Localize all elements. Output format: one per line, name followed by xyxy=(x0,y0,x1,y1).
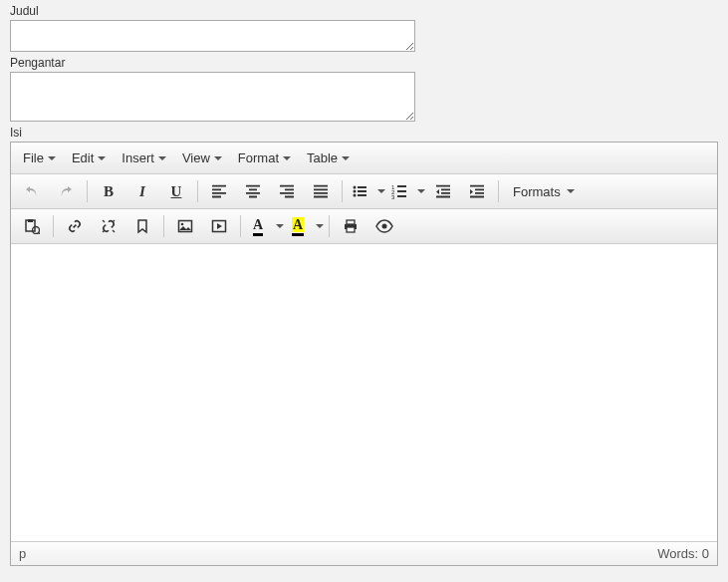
judul-label: Judul xyxy=(10,4,718,18)
align-left-icon xyxy=(211,183,227,199)
bookmark-icon xyxy=(134,218,150,234)
bookmark-button[interactable] xyxy=(125,211,159,241)
bullet-list-button[interactable] xyxy=(347,176,386,206)
rich-text-editor: File Edit Insert View Format Table B I U xyxy=(10,142,718,566)
editor-toolbar-row-1: B I U 123 xyxy=(11,174,717,209)
separator xyxy=(87,180,88,202)
underline-icon: U xyxy=(171,183,182,200)
menu-format[interactable]: Format xyxy=(230,145,299,171)
align-justify-button[interactable] xyxy=(304,176,338,206)
paste-from-clipboard-icon xyxy=(24,218,40,234)
outdent-button[interactable] xyxy=(426,176,460,206)
paste-button[interactable] xyxy=(15,211,49,241)
undo-icon xyxy=(24,183,40,199)
number-list-button[interactable]: 123 xyxy=(386,176,426,206)
align-center-button[interactable] xyxy=(236,176,270,206)
print-icon xyxy=(343,218,359,234)
caret-icon xyxy=(276,224,284,228)
menu-edit[interactable]: Edit xyxy=(64,145,114,171)
caret-icon xyxy=(48,156,56,160)
svg-point-21 xyxy=(181,223,184,226)
image-icon xyxy=(177,218,193,234)
print-button[interactable] xyxy=(334,211,367,241)
svg-point-0 xyxy=(354,186,357,189)
separator xyxy=(329,215,330,237)
caret-icon xyxy=(316,224,324,228)
menu-file[interactable]: File xyxy=(15,145,64,171)
text-color-icon: A xyxy=(253,217,263,236)
italic-button[interactable]: I xyxy=(125,176,159,206)
editor-statusbar: p Words: 0 xyxy=(11,541,717,565)
preview-button[interactable] xyxy=(367,211,401,241)
bullet-list-icon xyxy=(352,183,367,199)
caret-icon xyxy=(567,189,575,193)
svg-line-19 xyxy=(113,220,115,222)
outdent-icon xyxy=(435,183,451,199)
svg-point-4 xyxy=(354,194,357,197)
indent-button[interactable] xyxy=(460,176,494,206)
pengantar-input[interactable] xyxy=(10,72,415,122)
svg-point-2 xyxy=(354,190,357,193)
caret-icon xyxy=(283,156,291,160)
caret-icon xyxy=(377,189,385,193)
italic-icon: I xyxy=(139,183,145,200)
svg-line-18 xyxy=(103,230,105,232)
editor-content[interactable] xyxy=(11,244,717,541)
bold-icon: B xyxy=(104,183,114,200)
link-button[interactable] xyxy=(58,211,92,241)
underline-button[interactable]: U xyxy=(159,176,193,206)
judul-input[interactable] xyxy=(10,20,415,52)
editor-menubar: File Edit Insert View Format Table xyxy=(11,143,717,174)
align-left-button[interactable] xyxy=(202,176,236,206)
element-path[interactable]: p xyxy=(19,546,26,561)
svg-rect-3 xyxy=(358,190,366,192)
separator xyxy=(498,180,499,202)
svg-rect-7 xyxy=(397,185,406,187)
redo-icon xyxy=(58,183,74,199)
svg-rect-1 xyxy=(358,186,366,188)
redo-button[interactable] xyxy=(49,176,83,206)
link-icon xyxy=(67,218,83,234)
separator xyxy=(240,215,241,237)
caret-icon xyxy=(158,156,166,160)
caret-icon xyxy=(342,156,350,160)
isi-label: Isi xyxy=(10,126,718,140)
preview-icon xyxy=(375,218,393,234)
svg-line-15 xyxy=(38,232,40,234)
highlight-color-button[interactable]: A xyxy=(285,211,325,241)
menu-view[interactable]: View xyxy=(174,145,230,171)
align-justify-icon xyxy=(313,183,329,199)
image-button[interactable] xyxy=(168,211,202,241)
media-button[interactable] xyxy=(202,211,236,241)
caret-icon xyxy=(214,156,222,160)
unlink-icon xyxy=(101,218,117,234)
svg-line-17 xyxy=(113,230,115,232)
formats-button[interactable]: Formats xyxy=(503,176,585,206)
separator xyxy=(342,180,343,202)
svg-rect-23 xyxy=(347,220,355,224)
separator xyxy=(163,215,164,237)
bold-button[interactable]: B xyxy=(92,176,125,206)
align-right-button[interactable] xyxy=(270,176,304,206)
separator xyxy=(197,180,198,202)
media-icon xyxy=(211,218,227,234)
svg-point-26 xyxy=(382,224,387,229)
indent-icon xyxy=(469,183,485,199)
menu-insert[interactable]: Insert xyxy=(114,145,174,171)
svg-text:3: 3 xyxy=(391,194,395,199)
svg-rect-9 xyxy=(397,190,406,192)
unlink-button[interactable] xyxy=(92,211,125,241)
pengantar-label: Pengantar xyxy=(10,56,718,70)
number-list-icon: 123 xyxy=(391,183,407,199)
caret-icon xyxy=(417,189,425,193)
word-count: Words: 0 xyxy=(657,546,709,561)
highlight-color-icon: A xyxy=(292,217,304,236)
svg-rect-11 xyxy=(397,195,406,197)
caret-icon xyxy=(98,156,106,160)
align-center-icon xyxy=(245,183,261,199)
text-color-button[interactable]: A xyxy=(245,211,285,241)
svg-rect-25 xyxy=(347,227,355,232)
menu-table[interactable]: Table xyxy=(299,145,358,171)
undo-button[interactable] xyxy=(15,176,49,206)
separator xyxy=(53,215,54,237)
